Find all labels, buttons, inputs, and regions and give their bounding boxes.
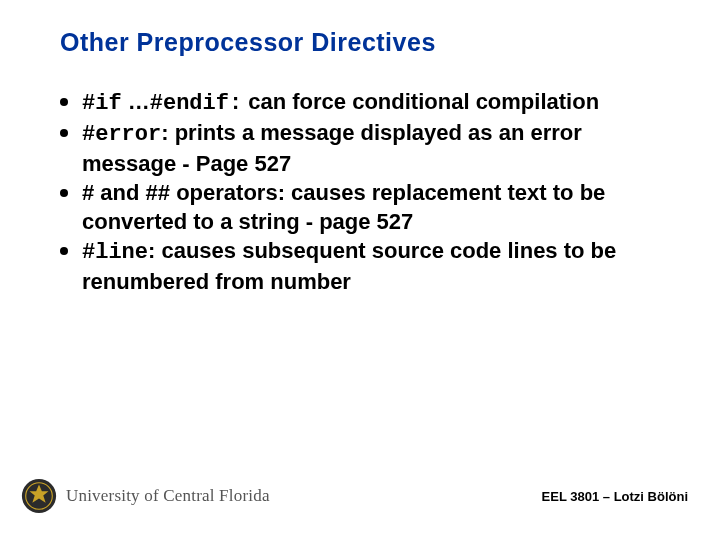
code-text: #if (82, 91, 122, 116)
course-label: EEL 3801 – Lotzi Bölöni (542, 489, 688, 504)
slide: Other Preprocessor Directives #if …#endi… (0, 0, 720, 540)
bullet-list: #if …#endif: can force conditional compi… (60, 87, 670, 296)
code-text: #line (82, 240, 148, 265)
text: can force conditional compilation (242, 89, 599, 114)
bullet-item: #if …#endif: can force conditional compi… (60, 87, 670, 118)
text: # and ## operators: causes replacement t… (82, 180, 605, 234)
university-logo: University of Central Florida (20, 477, 270, 515)
bullet-item: #line: causes subsequent source code lin… (60, 236, 670, 296)
bullet-item: # and ## operators: causes replacement t… (60, 178, 670, 236)
code-text: #endif: (150, 91, 242, 116)
bullet-item: #error: prints a message displayed as an… (60, 118, 670, 178)
code-text: #error (82, 122, 161, 147)
slide-title: Other Preprocessor Directives (60, 28, 670, 57)
text: … (122, 89, 150, 114)
seal-icon (20, 477, 58, 515)
university-name: University of Central Florida (66, 486, 270, 506)
footer: University of Central Florida EEL 3801 –… (0, 472, 720, 520)
text: : causes subsequent source code lines to… (82, 238, 616, 294)
